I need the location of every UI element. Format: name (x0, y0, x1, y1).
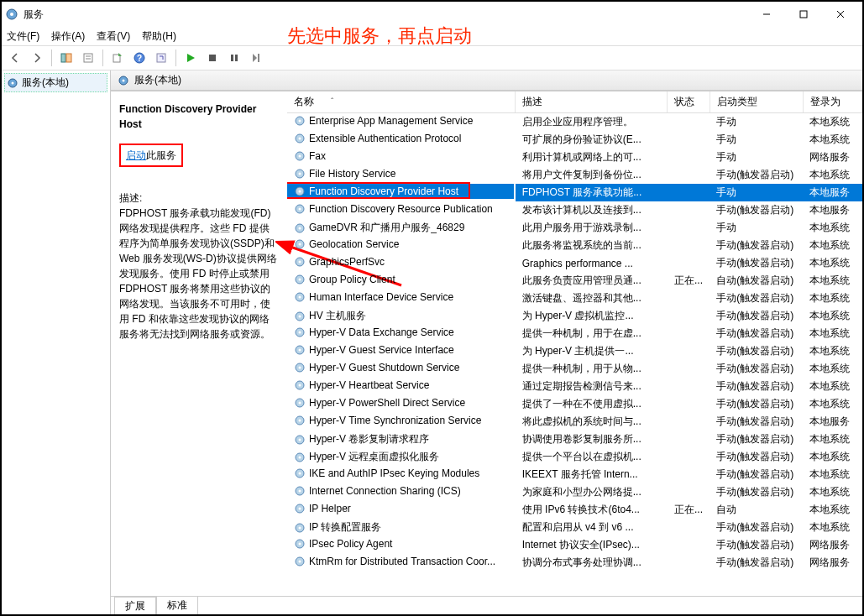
service-desc: 协调分布式事务处理协调... (516, 554, 668, 572)
help-button[interactable]: ? (129, 48, 149, 68)
show-hide-button[interactable] (56, 48, 76, 68)
maximize-button[interactable] (785, 3, 822, 26)
service-desc: IKEEXT 服务托管 Intern... (516, 466, 668, 483)
service-desc: 将此虚拟机的系统时间与... (516, 413, 668, 431)
table-row[interactable]: GameDVR 和广播用户服务_46829此用户服务用于游戏录制...手动本地系… (287, 219, 862, 237)
service-startup: 手动(触发器启动) (710, 554, 803, 572)
restart-service-button[interactable] (246, 48, 266, 68)
table-row[interactable]: Hyper-V Time Synchronization Service将此虚拟… (287, 413, 862, 431)
start-service-link[interactable]: 启动 (126, 149, 146, 161)
pause-service-button[interactable] (224, 48, 244, 68)
service-startup: 手动(触发器启动) (710, 342, 803, 360)
tab-extended[interactable]: 扩展 (114, 597, 156, 614)
start-service-button[interactable] (181, 48, 201, 68)
table-row[interactable]: Hyper-V Guest Service Interface为 Hyper-V… (287, 342, 862, 360)
refresh-button[interactable] (151, 48, 171, 68)
menu-file[interactable]: 文件(F) (7, 29, 39, 44)
table-row[interactable]: Function Discovery Resource Publication发… (287, 201, 862, 219)
table-row[interactable]: File History Service将用户文件复制到备份位...手动(触发器… (287, 166, 862, 184)
menu-action[interactable]: 操作(A) (51, 29, 85, 44)
table-row[interactable]: IKE and AuthIP IPsec Keying ModulesIKEEX… (287, 466, 862, 483)
table-row[interactable]: Hyper-V PowerShell Direct Service提供了一种在不… (287, 395, 862, 413)
table-row[interactable]: Internet Connection Sharing (ICS)为家庭和小型办… (287, 483, 862, 501)
minimize-button[interactable] (748, 3, 785, 26)
col-desc[interactable]: 描述 (516, 91, 668, 113)
service-status (668, 554, 710, 572)
gear-icon (7, 77, 18, 89)
service-status (668, 483, 710, 501)
svg-point-65 (299, 472, 301, 475)
svg-point-57 (299, 402, 301, 405)
table-row[interactable]: IP 转换配置服务配置和启用从 v4 到 v6 ...手动(触发器启动)本地系统 (287, 519, 862, 536)
service-name: IP 转换配置服务 (309, 520, 381, 535)
table-row[interactable]: Human Interface Device Service激活键盘、遥控器和其… (287, 290, 862, 307)
service-startup: 手动 (710, 149, 803, 166)
service-logon: 本地系统 (803, 378, 861, 395)
table-row[interactable]: GraphicsPerfSvcGraphics performance ...手… (287, 254, 862, 272)
service-desc: 配置和启用从 v4 到 v6 ... (516, 519, 668, 536)
service-logon: 本地系统 (803, 254, 861, 272)
properties-button[interactable] (78, 48, 98, 68)
tree-root[interactable]: 服务(本地) (4, 73, 107, 92)
service-logon: 本地系统 (803, 131, 861, 149)
stop-service-button[interactable] (202, 48, 223, 68)
svg-point-43 (299, 279, 301, 281)
svg-rect-18 (258, 54, 259, 62)
table-row[interactable]: Hyper-V Heartbeat Service通过定期报告检测信号来...手… (287, 378, 862, 395)
service-status (668, 166, 710, 184)
table-row[interactable]: HV 主机服务为 Hyper-V 虚拟机监控...手动(触发器启动)本地系统 (287, 307, 862, 325)
service-name: IKE and AuthIP IPsec Keying Modules (309, 467, 479, 479)
services-icon (5, 8, 18, 21)
table-row[interactable]: IPsec Policy AgentInternet 协议安全(IPsec)..… (287, 536, 862, 554)
service-logon: 本地服务 (803, 413, 861, 431)
col-startup[interactable]: 启动类型 (710, 91, 803, 113)
export-button[interactable] (107, 48, 128, 68)
menu-view[interactable]: 查看(V) (97, 29, 130, 44)
service-logon: 本地系统 (803, 342, 861, 360)
service-status (668, 431, 710, 448)
table-row[interactable]: KtmRm for Distributed Transaction Coor..… (287, 554, 862, 572)
table-row[interactable]: Hyper-V 远程桌面虚拟化服务提供一个平台以在虚拟机...手动(触发器启动)… (287, 448, 862, 466)
col-status[interactable]: 状态 (668, 91, 710, 113)
col-name[interactable]: 名称 (287, 91, 516, 113)
svg-point-55 (299, 384, 301, 387)
table-row[interactable]: IP Helper使用 IPv6 转换技术(6to4...正在...自动本地系统 (287, 501, 862, 519)
service-status (668, 536, 710, 554)
svg-rect-3 (800, 11, 807, 18)
table-row[interactable]: Hyper-V 卷影复制请求程序协调使用卷影复制服务所...手动(触发器启动)本… (287, 431, 862, 448)
back-button[interactable] (5, 48, 25, 68)
svg-point-37 (299, 227, 301, 229)
col-logon[interactable]: 登录为 (803, 91, 861, 113)
table-row[interactable]: Fax利用计算机或网络上的可...手动网络服务 (287, 149, 862, 166)
service-startup: 手动(触发器启动) (710, 448, 803, 466)
start-highlight-box: 启动此服务 (119, 144, 183, 167)
forward-button[interactable] (27, 48, 47, 68)
table-row[interactable]: Group Policy Client此服务负责应用管理员通...正在...自动… (287, 272, 862, 290)
service-name: Function Discovery Provider Host (309, 185, 458, 197)
service-logon: 本地系统 (803, 307, 861, 325)
table-row[interactable]: Hyper-V Guest Shutdown Service提供一种机制，用于从… (287, 360, 862, 378)
tab-standard[interactable]: 标准 (156, 596, 198, 614)
table-row[interactable]: Function Discovery Provider HostFDPHOST … (287, 184, 862, 201)
service-desc: 此用户服务用于游戏录制... (516, 219, 668, 237)
svg-rect-14 (157, 54, 165, 62)
close-button[interactable] (822, 3, 859, 26)
table-row[interactable]: Geolocation Service此服务将监视系统的当前...手动(触发器启… (287, 237, 862, 254)
service-name: Geolocation Service (309, 238, 399, 250)
table-row[interactable]: Extensible Authentication Protocol可扩展的身份… (287, 131, 862, 149)
service-name: Function Discovery Resource Publication (309, 203, 493, 215)
table-row[interactable]: Hyper-V Data Exchange Service提供一种机制，用于在虚… (287, 325, 862, 342)
service-logon: 本地服务 (803, 201, 861, 219)
service-startup: 手动(触发器启动) (710, 395, 803, 413)
table-row[interactable]: Enterprise App Management Service启用企业应用程… (287, 113, 862, 132)
tree-pane: 服务(本地) (2, 70, 111, 614)
service-logon: 本地系统 (803, 290, 861, 307)
service-name: Group Policy Client (309, 274, 395, 285)
service-status (668, 519, 710, 536)
service-name: File History Service (309, 168, 395, 180)
svg-point-39 (299, 243, 301, 246)
menu-help[interactable]: 帮助(H) (142, 29, 176, 44)
service-list[interactable]: 名称 描述 状态 启动类型 登录为 Enterprise App Managem… (287, 91, 862, 596)
service-logon: 本地系统 (803, 237, 861, 254)
service-status (668, 113, 710, 132)
